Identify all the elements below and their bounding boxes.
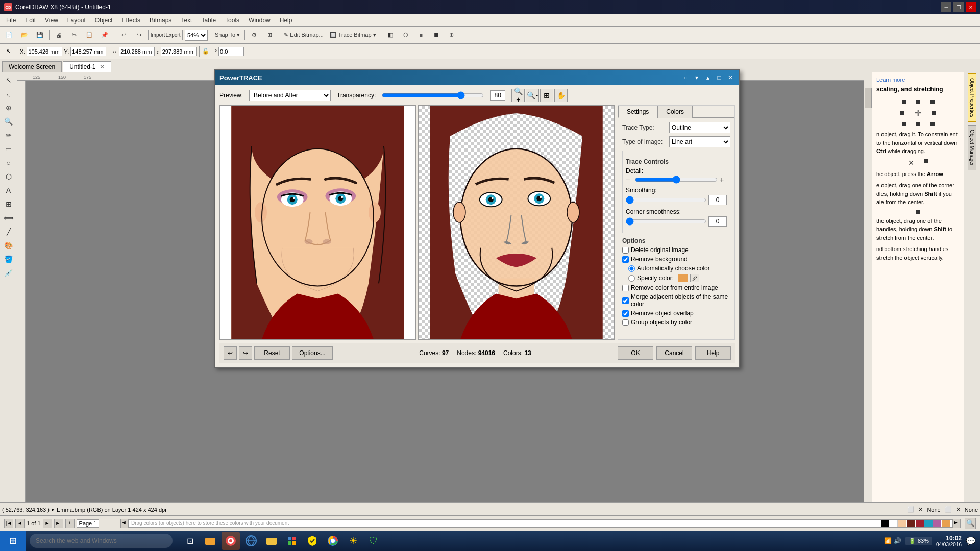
cancel-btn[interactable]: Cancel [656,346,692,360]
save-btn[interactable]: 💾 [33,29,47,42]
detail-minus[interactable]: − [626,176,633,184]
options-btn[interactable]: Options... [292,346,333,360]
angle-input[interactable] [218,47,244,56]
swatch-black[interactable] [881,520,889,527]
dialog-title-controls[interactable]: ○ ▾ ▴ □ ✕ [681,73,735,82]
cut-btn[interactable]: ✂ [67,29,81,42]
tb2[interactable]: ⬡ [399,29,413,42]
hints-learn-link[interactable]: Learn more [876,77,905,83]
fill-tool[interactable]: 🪣 [2,253,16,266]
minimize-btn[interactable]: ─ [941,2,951,12]
menu-help[interactable]: Help [276,16,297,25]
zoom-select[interactable]: 54% [185,30,208,41]
folder2-btn[interactable] [262,532,281,550]
paste-btn[interactable]: 📌 [97,29,112,42]
file-explorer-btn[interactable] [201,532,219,550]
norton-btn[interactable] [303,532,322,550]
snap-btn[interactable]: Snap To ▾ [212,29,242,42]
ie-btn[interactable] [242,532,260,550]
object-properties-tab[interactable]: Object Properties [968,73,976,122]
freehand-tool[interactable]: ✏ [2,129,16,142]
scroll-thumb-v[interactable] [865,88,872,108]
scroll-right-btn[interactable]: ► [952,519,961,528]
crop-tool[interactable]: ⊕ [2,101,16,114]
swatch-skin[interactable] [898,520,906,527]
print-btn[interactable]: 🖨 [52,29,66,42]
swatch-darkred[interactable] [907,520,915,527]
chrome-btn[interactable] [324,532,342,550]
menu-bitmaps[interactable]: Bitmaps [145,16,176,25]
add-page-nav-btn[interactable]: + [65,519,75,528]
object-manager-tab[interactable]: Object Manager [968,125,976,170]
smoothing-value[interactable] [708,195,727,205]
effects-tool[interactable]: 🎨 [2,239,16,252]
tab-untitled[interactable]: Untitled-1 ✕ [63,61,111,72]
antivirus-btn[interactable]: 🛡 [364,532,383,550]
delete-original-cb[interactable] [622,247,629,254]
menu-table[interactable]: Table [197,16,220,25]
undo-trace-btn[interactable]: ↩ [224,346,237,360]
select-tool[interactable]: ↖ [2,46,14,57]
corner-value[interactable] [708,216,727,227]
tb3[interactable]: ≡ [414,29,428,42]
y-input[interactable] [70,47,106,56]
rect-tool[interactable]: ▭ [2,142,16,156]
merge-adjacent-cb[interactable] [622,297,629,304]
detail-plus[interactable]: + [720,176,727,184]
remove-overlap-cb[interactable] [622,310,629,317]
pan-btn[interactable]: ✋ [554,89,568,102]
prev-page-btn[interactable]: ◄ [15,519,24,528]
dialog-close-btn[interactable]: ✕ [726,73,735,82]
unknown-btn[interactable]: ☀ [344,532,362,550]
tb4[interactable]: ≣ [429,29,444,42]
close-btn[interactable]: ✕ [966,2,976,12]
transparency-slider[interactable] [382,92,484,99]
smoothing-slider[interactable] [626,196,706,204]
shape-tool[interactable]: ◟ [2,87,16,101]
corner-slider[interactable] [626,218,706,225]
task-view-btn[interactable]: ⊡ [181,532,199,550]
polygon-tool[interactable]: ⬡ [2,170,16,183]
ok-btn[interactable]: OK [618,346,653,360]
store-btn[interactable] [283,532,301,550]
menu-edit[interactable]: Edit [21,16,40,25]
pointer-tool[interactable]: ↖ [2,73,16,87]
menu-object[interactable]: Object [91,16,117,25]
zoom-fit-btn[interactable]: ⊞ [540,89,553,102]
group-color-cb[interactable] [622,319,629,326]
scroll-left-btn[interactable]: ◄ [120,519,129,528]
redo-trace-btn[interactable]: ↪ [239,346,252,360]
swatch-white[interactable] [890,520,898,527]
scrollbar-v[interactable] [864,72,872,513]
view-btn[interactable]: ⊞ [262,29,277,42]
menu-tools[interactable]: Tools [221,16,243,25]
eyedropper-tool[interactable]: 💉 [2,266,16,280]
copy-btn[interactable]: 📋 [82,29,96,42]
specify-color-radio[interactable] [628,275,635,282]
transparency-value[interactable]: 80 [490,90,505,101]
next-page-btn[interactable]: ► [43,519,52,528]
connector-tool[interactable]: ╱ [2,225,16,238]
detail-slider[interactable] [635,176,718,183]
tb5[interactable]: ⊕ [445,29,459,42]
zoom-status-btn[interactable]: 🔍 [965,518,976,529]
dialog-up-btn[interactable]: ▴ [703,73,713,82]
zoom-in-btn[interactable]: 🔍+ [511,89,525,102]
import-btn[interactable]: Import [151,29,165,42]
tab-welcome[interactable]: Welcome Screen [2,61,62,72]
trace-type-select[interactable]: Outline [669,122,730,133]
remove-bg-cb[interactable] [622,256,629,263]
redo-btn[interactable]: ↪ [132,29,146,42]
undo-btn[interactable]: ↩ [116,29,131,42]
width-input[interactable] [119,47,155,56]
new-btn[interactable]: 📄 [2,29,16,42]
x-input[interactable] [27,47,62,56]
trace-bitmap-btn[interactable]: 🔲 Trace Bitmap ▾ [327,29,379,42]
menu-effects[interactable]: Effects [118,16,144,25]
start-button[interactable]: ⊞ [0,531,26,551]
zoom-out-btn[interactable]: 🔍- [526,89,539,102]
ellipse-tool[interactable]: ○ [2,156,16,169]
powertrace-dialog[interactable]: PowerTRACE ○ ▾ ▴ □ ✕ Preview: Before and… [214,69,740,368]
menu-window[interactable]: Window [244,16,275,25]
dialog-help-btn[interactable]: ○ [681,73,690,82]
